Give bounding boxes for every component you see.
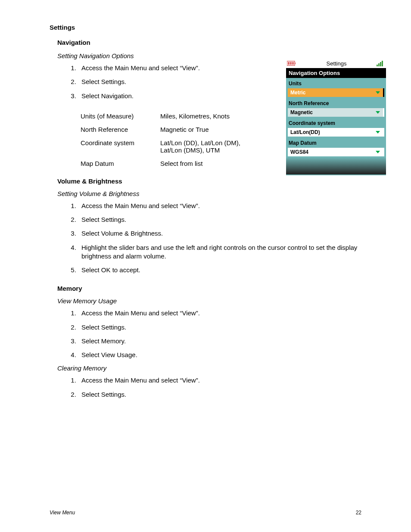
step: Access the Main Menu and select “View”. — [78, 202, 361, 210]
option-value: Lat/Lon (DD), Lat/Lon (DM), Lat/Lon (DMS… — [160, 139, 242, 154]
svg-rect-7 — [380, 62, 381, 66]
svg-rect-1 — [295, 62, 296, 64]
device-field-label: Coordinate system — [286, 118, 386, 128]
device-select-value: WGS84 — [290, 149, 308, 155]
device-screenshot: Settings Navigation Options Units Metric… — [286, 59, 386, 175]
option-value: Magnetic or True — [160, 126, 242, 133]
svg-rect-2 — [288, 62, 290, 65]
option-key: Map Datum — [81, 160, 160, 167]
footer-page-number: 22 — [356, 510, 361, 516]
heading-navigation: Navigation — [57, 39, 361, 46]
svg-rect-8 — [382, 61, 383, 66]
chevron-down-icon — [375, 91, 380, 94]
heading-volume-brightness: Volume & Brightness — [57, 177, 361, 185]
step: Select View Usage. — [78, 351, 361, 359]
step: Select Settings. — [78, 390, 361, 399]
option-row: North Reference Magnetic or True — [81, 126, 262, 133]
svg-marker-10 — [376, 111, 380, 114]
chevron-down-icon — [375, 150, 380, 154]
device-coordinate-system-select[interactable]: Lat/Lon(DD) — [288, 128, 384, 137]
steps-clearing-memory: Access the Main Menu and select “View”. … — [66, 376, 361, 399]
svg-rect-6 — [378, 63, 380, 66]
device-screen-title: Settings — [296, 60, 377, 67]
device-units-select[interactable]: Metric — [288, 88, 384, 97]
device-select-value: Metric — [290, 90, 305, 96]
device-north-reference-select[interactable]: Magnetic — [288, 108, 384, 117]
svg-rect-5 — [377, 65, 378, 66]
device-status-bar: Settings — [286, 59, 386, 68]
chevron-down-icon — [375, 111, 380, 114]
option-key: Coordinate system — [81, 139, 160, 146]
footer-section: View Menu — [50, 510, 75, 516]
device-select-value: Lat/Lon(DD) — [290, 129, 320, 135]
step: Select Memory. — [78, 337, 361, 345]
signal-icon — [377, 60, 385, 66]
option-key: Units (of Measure) — [81, 112, 160, 120]
svg-marker-11 — [376, 131, 380, 134]
page-title: Settings — [50, 24, 361, 31]
steps-volume-brightness: Access the Main Menu and select “View”. … — [66, 202, 361, 275]
device-panel-body: Units Metric North Reference Magnetic Co… — [286, 78, 386, 175]
step: Highlight the slider bars and use the le… — [78, 243, 361, 261]
step: Access the Main Menu and select “View”. — [78, 309, 361, 317]
step: Select Settings. — [78, 323, 361, 332]
option-row: Coordinate system Lat/Lon (DD), Lat/Lon … — [81, 139, 262, 154]
step: Select Volume & Brightness. — [78, 229, 361, 238]
option-row: Map Datum Select from list — [81, 160, 262, 167]
subheading-setting-volume-brightness: Setting Volume & Brightness — [57, 190, 361, 197]
option-value: Select from list — [160, 160, 242, 167]
battery-icon — [287, 61, 296, 66]
svg-marker-9 — [376, 91, 380, 94]
step: Select Settings. — [78, 215, 361, 224]
subheading-view-memory-usage: View Memory Usage — [57, 297, 361, 305]
step: Access the Main Menu and select “View”. — [78, 376, 361, 385]
option-key: North Reference — [81, 126, 160, 133]
option-row: Units (of Measure) Miles, Kilometres, Kn… — [81, 112, 262, 120]
step: Select OK to accept. — [78, 266, 361, 274]
device-field-label: North Reference — [286, 98, 386, 108]
device-field-label: Map Datum — [286, 137, 386, 148]
option-value: Miles, Kilometres, Knots — [160, 112, 242, 120]
steps-view-memory-usage: Access the Main Menu and select “View”. … — [66, 309, 361, 359]
device-field-label: Units — [286, 78, 386, 88]
device-map-datum-select[interactable]: WGS84 — [288, 148, 384, 156]
navigation-options-table: Units (of Measure) Miles, Kilometres, Kn… — [81, 112, 262, 167]
subheading-clearing-memory: Clearing Memory — [57, 364, 361, 372]
chevron-down-icon — [375, 131, 380, 134]
page-footer: View Menu 22 — [50, 510, 361, 516]
device-bottom-gradient — [286, 157, 386, 174]
svg-rect-3 — [290, 62, 292, 65]
heading-memory: Memory — [57, 285, 361, 292]
device-panel-header: Navigation Options — [286, 68, 386, 78]
svg-marker-12 — [376, 151, 380, 153]
svg-rect-4 — [292, 62, 294, 65]
device-select-value: Magnetic — [290, 109, 313, 115]
